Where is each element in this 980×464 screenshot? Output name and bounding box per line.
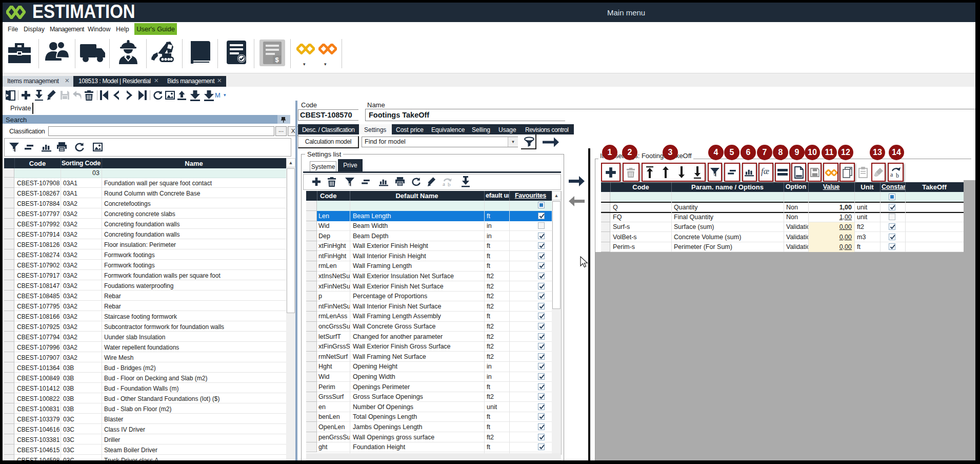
svg-text:x: x xyxy=(12,147,15,152)
svg-text:$: $ xyxy=(275,56,279,64)
svg-text:b: b xyxy=(896,172,899,178)
svg-text:a: a xyxy=(443,181,445,187)
svg-text:a: a xyxy=(890,171,893,178)
svg-text:b: b xyxy=(448,181,451,187)
